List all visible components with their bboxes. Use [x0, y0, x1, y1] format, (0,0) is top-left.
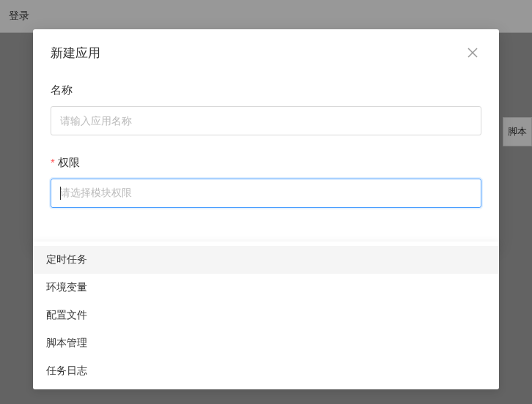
close-button[interactable]	[464, 44, 481, 61]
dropdown-option-task-logs[interactable]: 任务日志	[33, 357, 499, 385]
permission-placeholder: 请选择模块权限	[60, 187, 132, 200]
modal-body: 名称 *权限 请选择模块权限	[33, 70, 499, 246]
permission-label: *权限	[51, 156, 481, 170]
name-input[interactable]	[51, 106, 481, 135]
dropdown-option-config-files[interactable]: 配置文件	[33, 302, 499, 329]
required-mark: *	[51, 156, 55, 168]
dropdown-option-script-manage[interactable]: 脚本管理	[33, 329, 499, 357]
permission-label-text: 权限	[58, 156, 80, 168]
permission-select[interactable]: 请选择模块权限	[51, 179, 481, 208]
create-app-modal: 新建应用 名称 *权限 请选择模块权限	[33, 29, 499, 246]
form-item-permission: *权限 请选择模块权限	[51, 156, 481, 208]
select-cursor	[60, 187, 61, 200]
modal-title: 新建应用	[51, 45, 100, 61]
close-icon	[467, 47, 479, 59]
form-item-name: 名称	[51, 83, 481, 135]
permission-dropdown: 定时任务 环境变量 配置文件 脚本管理 任务日志	[33, 242, 499, 389]
dropdown-option-scheduled-tasks[interactable]: 定时任务	[33, 246, 499, 274]
modal-header: 新建应用	[33, 29, 499, 70]
name-label: 名称	[51, 83, 481, 97]
dropdown-option-env-vars[interactable]: 环境变量	[33, 274, 499, 302]
